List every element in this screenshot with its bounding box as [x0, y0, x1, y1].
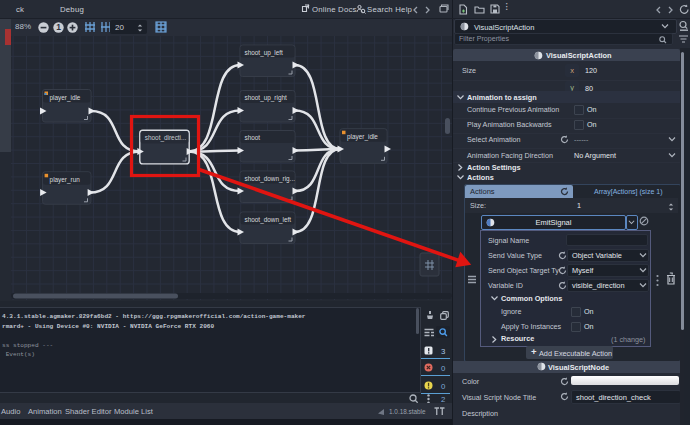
svg-text:player_idle: player_idle — [347, 133, 378, 141]
svg-text:shoot_down_rig...: shoot_down_rig... — [245, 175, 296, 183]
svg-text:player_run: player_run — [50, 176, 81, 184]
svg-text:shoot_directi...: shoot_directi... — [145, 134, 187, 142]
svg-text:shoot_up_right: shoot_up_right — [245, 94, 288, 102]
svg-text:shoot: shoot — [245, 134, 261, 141]
svg-text:player_idle: player_idle — [50, 94, 81, 102]
svg-text:shoot_down_left: shoot_down_left — [245, 216, 292, 224]
svg-text:1: 1 — [56, 22, 61, 32]
svg-text:shoot_up_left: shoot_up_left — [245, 49, 284, 57]
